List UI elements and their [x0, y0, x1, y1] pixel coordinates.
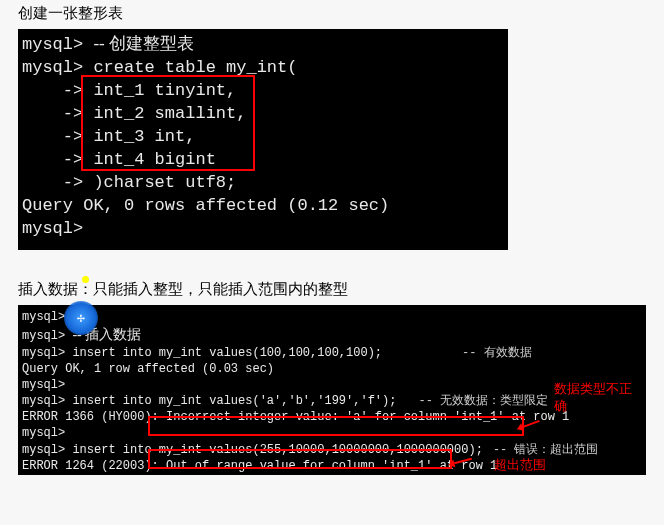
terminal-create: mysql> -- 创建整型表 mysql> create table my_i… [18, 29, 508, 250]
code-line: mysql> [22, 474, 638, 475]
code-line: Query OK, 0 rows affected (0.12 sec) [22, 195, 500, 218]
code-line: mysql> [22, 218, 500, 241]
code-line: mysql> create table my_int( [22, 57, 500, 80]
section1-heading: 创建一张整形表 [0, 0, 664, 29]
code-line: -> int_4 bigint [22, 149, 500, 172]
code-line: mysql> insert into my_int values(255,100… [22, 442, 638, 458]
section2-heading: 插入数据：只能插入整型，只能插入范围内的整型 [0, 278, 664, 305]
annotation-range-error: 超出范围 [494, 457, 546, 473]
code-line: mysql> [22, 309, 638, 325]
code-line: mysql> insert into my_int values(100,100… [22, 345, 638, 361]
code-line: -> int_3 int, [22, 126, 500, 149]
code-line: mysql> [22, 377, 638, 393]
terminal-insert: ✢ mysql> mysql> -- 插入数据 mysql> insert in… [18, 305, 646, 475]
code-line: mysql> -- 创建整型表 [22, 33, 500, 57]
code-line: ERROR 1366 (HY000): Incorrect integer va… [22, 409, 638, 425]
code-line: -> int_2 smallint, [22, 103, 500, 126]
code-line: Query OK, 1 row affected (0.03 sec) [22, 361, 638, 377]
code-line: mysql> insert into my_int values('a','b'… [22, 393, 638, 409]
code-line: -> )charset utf8; [22, 172, 500, 195]
code-line: mysql> [22, 425, 638, 441]
code-line: mysql> -- 插入数据 [22, 326, 638, 345]
annotation-type-error: 数据类型不正确 [554, 381, 644, 414]
code-line: -> int_1 tinyint, [22, 80, 500, 103]
